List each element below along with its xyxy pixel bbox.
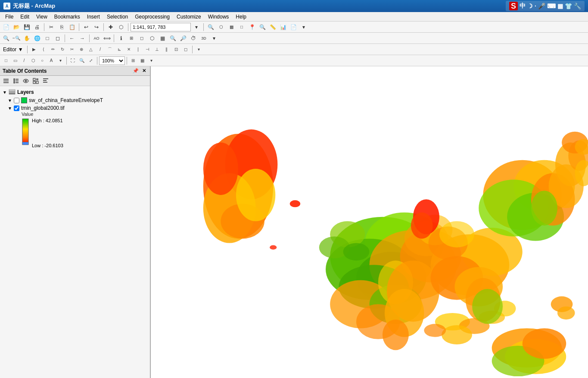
add-data-btn[interactable]: ✚ bbox=[106, 22, 115, 32]
copy-btn[interactable]: ⎘ bbox=[57, 22, 66, 32]
menu-insert[interactable]: Insert bbox=[84, 12, 103, 22]
toc-pin-btn[interactable]: 📌 bbox=[132, 68, 139, 74]
layer1-expand-icon[interactable]: ▼ bbox=[8, 98, 12, 103]
toc-close-btn[interactable]: ✕ bbox=[140, 68, 147, 74]
menu-view[interactable]: View bbox=[33, 12, 51, 22]
straight-seg-btn[interactable]: / bbox=[96, 45, 105, 54]
new-btn[interactable]: 📄 bbox=[1, 22, 11, 32]
menu-help[interactable]: Help bbox=[232, 12, 250, 22]
html-popup-btn[interactable]: ⊞ bbox=[127, 34, 136, 43]
editor-btn[interactable]: ⬡ bbox=[116, 22, 126, 32]
menu-bookmarks[interactable]: Bookmarks bbox=[51, 12, 84, 22]
measure-btn[interactable]: 📏 bbox=[268, 22, 277, 32]
menu-edit[interactable]: Edit bbox=[17, 12, 33, 22]
magnify-btn[interactable]: 🔍 bbox=[206, 22, 215, 32]
layout-zoom-btn[interactable]: 🔍 bbox=[78, 56, 86, 65]
toc-list-by-drawing-btn[interactable] bbox=[2, 77, 10, 85]
parallel-btn[interactable]: ∥ bbox=[162, 45, 171, 54]
editor-dropdown[interactable]: Editor ▼ bbox=[1, 46, 25, 53]
graph-btn[interactable]: 📊 bbox=[278, 22, 288, 32]
tray-icon-grid[interactable]: ▦ bbox=[557, 3, 563, 9]
draw-text-btn[interactable]: A bbox=[47, 56, 56, 65]
layers-expand-icon[interactable]: ▼ bbox=[3, 90, 7, 95]
search2-btn[interactable]: 🔍 bbox=[168, 34, 177, 43]
draw-sel-btn[interactable]: □ bbox=[2, 56, 10, 65]
layout-full-btn[interactable]: ⤢ bbox=[87, 56, 95, 65]
perp-btn[interactable]: ⊥ bbox=[153, 45, 162, 54]
split-btn[interactable]: ✂ bbox=[68, 45, 76, 54]
info-btn[interactable]: ℹ bbox=[116, 34, 126, 43]
draw-more2-btn[interactable]: ▾ bbox=[147, 56, 156, 65]
report-btn[interactable]: 📄 bbox=[289, 22, 298, 32]
data-view-btn[interactable]: ▦ bbox=[138, 56, 146, 65]
clear-sel-btn[interactable]: ◻ bbox=[137, 34, 146, 43]
redo-btn[interactable]: ↪ bbox=[92, 22, 101, 32]
swipe-btn[interactable]: ⟺ bbox=[102, 34, 112, 43]
layout-view-btn[interactable]: ⊞ bbox=[129, 56, 137, 65]
feature-template-btn[interactable]: ◻ bbox=[181, 45, 190, 54]
reshape-btn[interactable]: ✏ bbox=[49, 45, 57, 54]
paste-btn[interactable]: 📋 bbox=[67, 22, 77, 32]
sel-features-btn[interactable]: ⬡ bbox=[147, 34, 157, 43]
tray-icon-kbd[interactable]: ⌨ bbox=[547, 3, 556, 9]
select-btn[interactable]: □ bbox=[237, 22, 246, 32]
attr-table-btn[interactable]: ▦ bbox=[227, 22, 236, 32]
layout-pan-btn[interactable]: ⛶ bbox=[68, 56, 77, 65]
open-btn[interactable]: 📂 bbox=[12, 22, 21, 32]
zoom-select[interactable]: 100% 75% 50% 150% 200% bbox=[99, 56, 125, 65]
layer2-expand-icon[interactable]: ▼ bbox=[8, 106, 12, 111]
back-btn[interactable]: ← bbox=[67, 34, 77, 43]
full-extent-btn[interactable]: 🌐 bbox=[32, 34, 42, 43]
draw-poly-btn[interactable]: ⬡ bbox=[29, 56, 37, 65]
zoom-in-btn[interactable]: 🔍 bbox=[1, 34, 11, 43]
more2-btn[interactable]: ▾ bbox=[209, 34, 219, 43]
toc-list-by-source-btn[interactable] bbox=[12, 77, 20, 85]
layer1-checkbox[interactable] bbox=[14, 98, 19, 103]
draw-more-btn[interactable]: ▾ bbox=[56, 56, 65, 65]
geocode-btn[interactable]: 📍 bbox=[247, 22, 257, 32]
end-pt-btn[interactable]: ✕ bbox=[124, 45, 133, 54]
find-btn[interactable]: 🔍 bbox=[258, 22, 267, 32]
tan-btn[interactable]: ⊣ bbox=[143, 45, 152, 54]
arc-seg-btn[interactable]: ⌒ bbox=[106, 45, 114, 54]
draw-circle-btn[interactable]: ○ bbox=[38, 56, 47, 65]
edit-vertices-btn[interactable]: ⟨ bbox=[39, 45, 48, 54]
menu-selection[interactable]: Selection bbox=[103, 12, 131, 22]
map-area[interactable]: http://blog.csdn.net/u011645470 bbox=[151, 66, 588, 378]
edit-tool-btn[interactable]: ▶ bbox=[30, 45, 38, 54]
time-btn[interactable]: ⏱ bbox=[189, 34, 198, 43]
layer2-name[interactable]: tmin_global2000.tif bbox=[21, 105, 65, 111]
draw-rect-btn[interactable]: ▭ bbox=[11, 56, 19, 65]
edit-more-btn[interactable]: ▾ bbox=[195, 45, 203, 54]
save-btn[interactable]: 💾 bbox=[22, 22, 31, 32]
select-rect-btn[interactable]: □ bbox=[43, 34, 52, 43]
trace-btn[interactable]: ⊾ bbox=[115, 45, 124, 54]
toc-list-by-selection-btn[interactable] bbox=[31, 77, 40, 85]
tray-icon-mic[interactable]: 🎤 bbox=[538, 3, 545, 9]
toc-list-by-visibility-btn[interactable] bbox=[22, 77, 30, 85]
more-btn[interactable]: ▾ bbox=[299, 22, 308, 32]
coord-dropdown-btn[interactable]: ▾ bbox=[192, 22, 201, 32]
tray-icon-dot[interactable]: · bbox=[535, 3, 536, 9]
print-btn[interactable]: 🖨 bbox=[32, 22, 42, 32]
cut-btn[interactable]: ✂ bbox=[47, 22, 56, 32]
menu-file[interactable]: File bbox=[2, 12, 17, 22]
draw-line-btn[interactable]: / bbox=[20, 56, 28, 65]
merge-btn[interactable]: ⊕ bbox=[77, 45, 86, 54]
attr-table2-btn[interactable]: ▦ bbox=[158, 34, 167, 43]
layer2-checkbox[interactable] bbox=[14, 105, 19, 111]
toc-options-btn[interactable] bbox=[41, 77, 50, 85]
menu-windows[interactable]: Windows bbox=[205, 12, 233, 22]
zoom-out-btn[interactable]: −🔍 bbox=[12, 34, 21, 43]
arcgis-online-btn[interactable]: AO bbox=[92, 34, 101, 43]
menu-customize[interactable]: Customize bbox=[173, 12, 205, 22]
tray-icon-tool[interactable]: 🔧 bbox=[574, 3, 581, 9]
forward-btn[interactable]: → bbox=[78, 34, 87, 43]
coord-input[interactable] bbox=[131, 23, 191, 31]
tray-icon-zh[interactable]: 中 bbox=[520, 2, 526, 10]
tray-icon-moon[interactable]: ☽ bbox=[527, 3, 533, 9]
mid-pt-btn[interactable]: | bbox=[134, 45, 143, 54]
find2-btn[interactable]: 🔎 bbox=[178, 34, 188, 43]
select-poly-btn[interactable]: ◻ bbox=[53, 34, 62, 43]
undo-btn[interactable]: ↩ bbox=[81, 22, 91, 32]
